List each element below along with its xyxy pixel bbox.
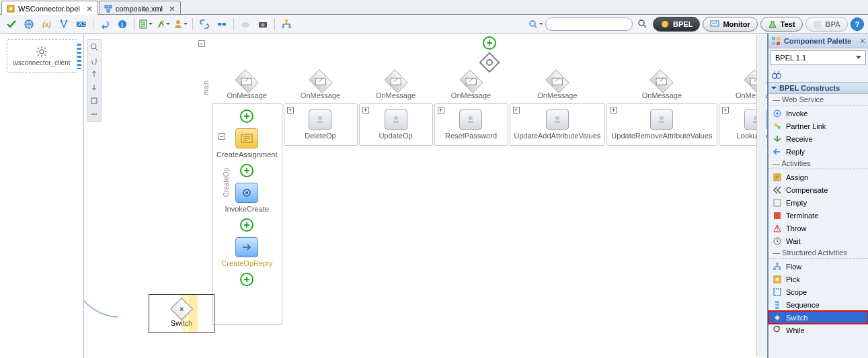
workspace: wsconnector_client main CreateOp − − <box>0 34 868 358</box>
variable-button[interactable]: (x) <box>39 17 54 32</box>
add-node[interactable] <box>240 273 253 286</box>
separator <box>192 18 193 30</box>
globe-button[interactable] <box>22 17 36 32</box>
layout-button[interactable] <box>279 17 294 32</box>
palette-item-empty[interactable]: Empty <box>768 196 868 209</box>
activity-icon <box>309 109 331 130</box>
pick-node[interactable] <box>479 52 500 73</box>
palette-item-label: Throw <box>786 224 807 232</box>
fit-tool[interactable] <box>88 95 100 107</box>
help-button[interactable]: ? <box>851 17 864 31</box>
tab-label: WSConnector.bpel <box>18 5 80 13</box>
activity-collapsed[interactable]: ResetPassword <box>445 109 497 140</box>
empty-icon <box>773 198 782 208</box>
activity-icon <box>459 109 482 130</box>
palette-selector[interactable]: BPEL 1.1 <box>771 50 866 65</box>
cloud-button[interactable] <box>238 17 253 32</box>
view-test-button[interactable]: Test <box>760 17 803 32</box>
onmessage-icon[interactable] <box>650 69 674 93</box>
palette-item-partner-link[interactable]: Partner Link <box>768 120 868 132</box>
palette-item-receive[interactable]: Receive <box>768 132 868 145</box>
monitor-icon <box>710 19 719 29</box>
expand-toggle[interactable]: + <box>610 107 617 114</box>
add-node[interactable] <box>240 218 253 232</box>
palette-item-reply[interactable]: Reply <box>768 145 868 158</box>
undo-button[interactable] <box>97 17 112 32</box>
down-tool[interactable] <box>88 81 100 93</box>
hand-tool[interactable] <box>88 54 100 66</box>
palette-item-switch[interactable]: Switch <box>768 311 868 324</box>
palette-item-invoke[interactable]: Invoke <box>768 107 868 120</box>
camera-button[interactable] <box>255 17 270 32</box>
throw-icon: ! <box>773 224 782 233</box>
link2-button[interactable] <box>214 17 229 32</box>
tab-composite[interactable]: composite.xml <box>99 1 181 14</box>
highlight-dropdown[interactable] <box>156 17 171 32</box>
up-tool[interactable] <box>88 68 100 80</box>
palette-item-flow[interactable]: Flow <box>768 260 868 273</box>
correlation-button[interactable] <box>56 17 71 32</box>
onmessage-icon[interactable] <box>459 69 483 93</box>
close-icon[interactable] <box>169 6 175 11</box>
search-input[interactable] <box>545 17 633 31</box>
palette-item-while[interactable]: While <box>768 324 868 337</box>
close-icon[interactable] <box>860 38 865 44</box>
palette-item-compensate[interactable]: Compensate <box>768 183 868 196</box>
while-icon <box>773 326 782 335</box>
view-bpel-button[interactable]: BPEL <box>653 17 700 32</box>
palette-item-terminate[interactable]: Terminate <box>768 209 868 222</box>
activity-collapsed[interactable]: UpdateAddAttributeValues <box>514 109 601 140</box>
onmessage-icon[interactable] <box>309 69 332 93</box>
binoculars-icon[interactable] <box>771 70 782 79</box>
palette-item-scope[interactable]: Scope <box>768 285 868 298</box>
assign-activity[interactable]: CreateAssignment <box>216 128 278 159</box>
search-next-button[interactable] <box>635 17 650 32</box>
svg-rect-41 <box>393 121 399 123</box>
user-dropdown[interactable] <box>173 17 188 32</box>
svg-point-68 <box>776 278 779 281</box>
palette-item-sequence[interactable]: Sequence <box>768 298 868 311</box>
lane-createop: OnMessage CreateAssignment InvokeCreate <box>212 74 282 325</box>
info-button[interactable]: i <box>115 17 130 32</box>
validate-button[interactable] <box>4 17 19 32</box>
palette-section-header[interactable]: BPEL Constructs <box>768 82 868 94</box>
activity-collapsed[interactable]: UpdateRemoveAttributeValues <box>611 109 712 140</box>
zoom-tool[interactable] <box>88 41 100 53</box>
add-node[interactable] <box>240 164 253 177</box>
onmessage-icon[interactable] <box>545 69 569 93</box>
svg-rect-70 <box>775 301 779 303</box>
link-button[interactable] <box>197 17 212 32</box>
expand-toggle[interactable]: + <box>362 107 369 114</box>
palette-item-wait[interactable]: Wait <box>768 234 868 247</box>
bpel-canvas[interactable]: main CreateOp − − OnMessage <box>84 34 767 358</box>
collapse-main-toggle[interactable]: − <box>198 40 205 47</box>
reply-activity[interactable]: CreateOpReply <box>221 237 272 267</box>
search-scope-dropdown[interactable] <box>528 17 543 32</box>
start-node[interactable] <box>483 36 496 50</box>
more-tool[interactable] <box>88 108 100 120</box>
tab-wsconnector[interactable]: WSConnector.bpel <box>1 1 98 15</box>
invoke-activity[interactable]: InvokeCreate <box>225 183 269 213</box>
view-dropdown[interactable] <box>139 17 153 32</box>
palette-item-throw[interactable]: !Throw <box>768 222 868 234</box>
expand-toggle[interactable]: + <box>287 107 294 114</box>
palette-item-pick[interactable]: Pick <box>768 273 868 285</box>
svg-point-38 <box>318 116 322 120</box>
expand-toggle[interactable]: + <box>438 107 444 114</box>
separator <box>233 18 234 30</box>
view-monitor-button[interactable]: Monitor <box>703 17 757 32</box>
minimap-scrollbar[interactable] <box>756 35 766 357</box>
onmessage-icon[interactable] <box>384 69 407 93</box>
editor-toolbar: (x) XSD i BPEL Monitor Test BPA ? <box>0 15 868 34</box>
partner-link-client[interactable]: wsconnector_client <box>7 39 77 73</box>
onmessage-icon[interactable] <box>235 69 259 93</box>
expand-toggle[interactable]: + <box>513 107 520 114</box>
xsd-button[interactable]: XSD <box>74 17 89 32</box>
close-icon[interactable] <box>87 6 92 11</box>
activity-collapsed[interactable]: UpdateOp <box>379 109 412 140</box>
svg-rect-31 <box>91 98 97 103</box>
palette-item-assign[interactable]: Assign <box>768 171 868 183</box>
activity-collapsed[interactable]: DeleteOp <box>305 109 336 140</box>
expand-toggle[interactable]: + <box>722 107 729 114</box>
add-node[interactable] <box>240 109 253 123</box>
